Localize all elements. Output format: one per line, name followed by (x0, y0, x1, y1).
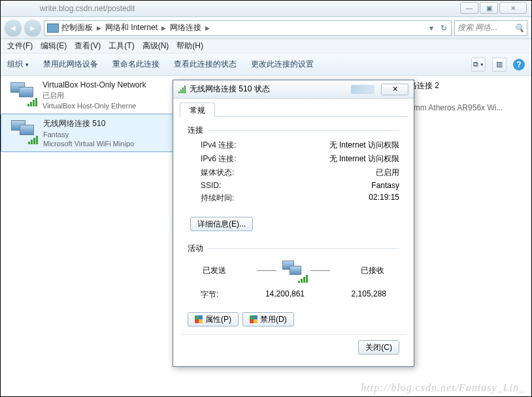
menu-edit[interactable]: 编辑(E) (41, 40, 67, 52)
ssid-value: Fantasy (371, 181, 399, 190)
properties-button[interactable]: 属性(P) (188, 312, 239, 326)
bytes-sent: 14,200,861 (265, 289, 305, 300)
conn-name: 络连接 2 (409, 80, 503, 91)
crumb-1[interactable]: 控制面板 (61, 22, 93, 33)
command-bar: 组织 禁用此网络设备 重命名此连接 查看此连接的状态 更改此连接的设置 ⧉ ▾ … (1, 54, 531, 76)
search-box[interactable]: 搜索 网络... 🔍 (454, 20, 527, 36)
maximize-button[interactable]: ▣ (480, 2, 498, 14)
ssid-label: SSID: (201, 181, 221, 190)
breadcrumb: 控制面板▶ 网络和 Internet▶ 网络连接▶ (61, 22, 425, 33)
menu-file[interactable]: 文件(F) (7, 40, 33, 52)
sent-label: 已发送 (203, 265, 226, 276)
forward-button[interactable]: ► (24, 20, 41, 37)
cmd-status[interactable]: 查看此连接的状态 (174, 59, 237, 70)
media-value: 已启用 (376, 167, 399, 178)
explorer-nav: ◄ ► 控制面板▶ 网络和 Internet▶ 网络连接▶ ▾ ↻ 搜索 网络.… (1, 17, 531, 39)
ipv6-label: IPv6 连接: (201, 153, 237, 165)
recv-label: 已接收 (361, 265, 384, 276)
close-window-button[interactable]: ✕ (499, 2, 527, 14)
conn-status: Fantasy (43, 131, 169, 138)
connection-item-partial[interactable]: 络连接 2 omm Atheros AR956x Wi... (409, 80, 503, 112)
shield-icon (250, 315, 258, 323)
activity-icon (280, 259, 307, 281)
conn-name: VirtualBox Host-Only Network (42, 80, 169, 89)
breadcrumb-dropdown[interactable]: ▾ (425, 21, 437, 35)
signal-icon (178, 86, 186, 93)
bytes-recv: 2,105,288 (352, 289, 386, 300)
view-mode-button[interactable]: ⧉ ▾ (471, 57, 486, 72)
media-label: 媒体状态: (201, 167, 234, 178)
ipv4-label: IPv4 连接: (201, 140, 237, 151)
pc-icon (47, 24, 59, 33)
help-icon[interactable]: ? (513, 59, 525, 71)
search-placeholder: 搜索 网络... (457, 22, 497, 33)
connection-item-wireless-510[interactable]: 无线网络连接 510 Fantasy Microsoft Virtual WiF… (1, 114, 177, 152)
dialog-titlebar: 无线网络连接 510 状态 ✕ (173, 80, 414, 99)
shield-icon (195, 315, 203, 323)
dialog-close-action[interactable]: 关闭(C) (358, 340, 399, 355)
tab-strip: 常规 (180, 103, 407, 117)
organize-menu[interactable]: 组织 (7, 59, 29, 70)
cmd-rename[interactable]: 重命名此连接 (112, 59, 159, 70)
window-buttons: — ▣ ✕ (460, 2, 527, 14)
crumb-2[interactable]: 网络和 Internet (105, 22, 158, 33)
blurred-region (351, 85, 374, 94)
tab-general[interactable]: 常规 (180, 103, 215, 117)
browser-chrome: write.blog.csdn.net/postedit — ▣ ✕ (1, 1, 531, 17)
status-dialog: 无线网络连接 510 状态 ✕ 常规 连接 IPv4 连接:无 Internet… (173, 80, 414, 367)
ipv4-value: 无 Internet 访问权限 (329, 140, 399, 151)
preview-pane-button[interactable]: ▥ (492, 57, 507, 72)
url-text: write.blog.csdn.net/postedit (40, 4, 135, 13)
conn-device: VirtualBox Host-Only Etherne (42, 102, 169, 110)
back-button[interactable]: ◄ (5, 20, 22, 37)
conn-name: 无线网络连接 510 (43, 118, 169, 129)
conn-status: 已启用 (42, 91, 169, 101)
refresh-button[interactable]: ↻ (438, 21, 450, 35)
menu-view[interactable]: 查看(V) (75, 40, 101, 52)
connection-item-virtualbox[interactable]: VirtualBox Host-Only Network 已启用 Virtual… (1, 76, 177, 114)
disable-button[interactable]: 禁用(D) (242, 312, 294, 326)
watermark: http://blog.csdn.net/Fantasy_Lin_ (361, 382, 525, 394)
cmd-disable[interactable]: 禁用此网络设备 (43, 59, 98, 70)
network-icon (9, 118, 38, 144)
address-bar[interactable]: 控制面板▶ 网络和 Internet▶ 网络连接▶ ▾ ↻ (44, 20, 452, 36)
bytes-label: 字节: (201, 289, 218, 300)
dialog-title: 无线网络连接 510 状态 (190, 84, 270, 95)
ipv6-value: 无 Internet 访问权限 (329, 153, 399, 165)
menu-help[interactable]: 帮助(H) (176, 40, 203, 52)
menu-tools[interactable]: 工具(T) (108, 40, 134, 52)
crumb-3[interactable]: 网络连接 (170, 22, 201, 33)
conn-device: omm Atheros AR956x Wi... (409, 103, 503, 112)
cmd-change[interactable]: 更改此连接的设置 (251, 59, 314, 70)
duration-value: 02:19:15 (369, 193, 399, 204)
connection-group-label: 连接 (188, 125, 399, 136)
conn-device: Microsoft Virtual WiFi Minipo (43, 140, 169, 148)
menu-bar: 文件(F) 编辑(E) 查看(V) 工具(T) 高级(N) 帮助(H) (1, 39, 531, 54)
minimize-button[interactable]: — (460, 2, 478, 14)
details-button[interactable]: 详细信息(E)... (190, 217, 253, 231)
duration-label: 持续时间: (201, 193, 234, 204)
search-icon: 🔍 (514, 24, 524, 33)
activity-group-label: 活动 (188, 243, 399, 254)
dialog-close-button[interactable]: ✕ (381, 84, 408, 95)
menu-advanced[interactable]: 高级(N) (142, 40, 169, 52)
network-icon (8, 80, 37, 106)
